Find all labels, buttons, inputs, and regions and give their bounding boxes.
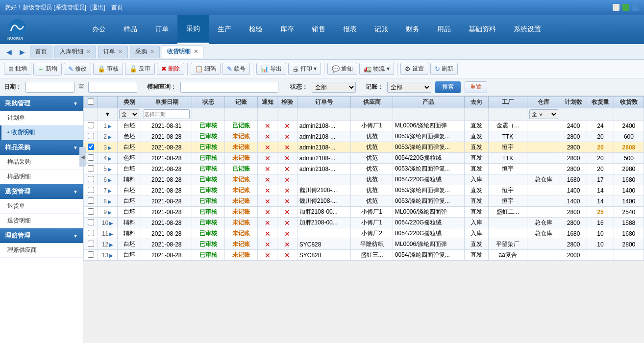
table-row[interactable]: 4▶ 色坯 2021-08-28 已审核 未记账 ✕ ✕ admin2108-.… bbox=[84, 153, 644, 164]
nav-finance[interactable]: 财务 bbox=[397, 15, 428, 44]
row-checkbox-cell[interactable] bbox=[84, 185, 98, 196]
home-link[interactable]: 首页 bbox=[111, 3, 123, 12]
logistics-button[interactable]: 🚛物流 ▾ bbox=[359, 63, 394, 75]
sidebar-item-return-order[interactable]: 退货单 bbox=[0, 199, 83, 214]
expand-btn[interactable]: ▶ bbox=[108, 177, 112, 183]
tab-purchase[interactable]: 采购✕ bbox=[130, 46, 160, 58]
order-num-button[interactable]: ✎款号 bbox=[223, 63, 250, 75]
expand-btn[interactable]: ▶ bbox=[108, 156, 112, 161]
row-checkbox-cell[interactable] bbox=[84, 174, 98, 185]
row-checkbox[interactable] bbox=[88, 241, 94, 247]
window-icon-3[interactable] bbox=[632, 4, 639, 11]
select-all-checkbox[interactable] bbox=[88, 98, 94, 105]
batch-add-button[interactable]: ⊞批增 bbox=[4, 63, 31, 75]
sidebar-item-receive[interactable]: 收货明细 bbox=[0, 125, 83, 140]
sidebar-section-return[interactable]: 退货管理▼ bbox=[0, 184, 83, 199]
date-filter-input[interactable] bbox=[144, 109, 190, 119]
ledger-select[interactable]: 全部 已记账 未记账 bbox=[387, 82, 431, 93]
export-button[interactable]: 📊导出 bbox=[256, 63, 286, 75]
nav-production[interactable]: 生产 bbox=[209, 15, 240, 44]
row-checkbox-cell[interactable] bbox=[84, 239, 98, 250]
nav-system[interactable]: 系统设置 bbox=[505, 15, 550, 44]
close-inbound[interactable]: ✕ bbox=[86, 49, 91, 55]
row-checkbox[interactable] bbox=[88, 133, 94, 139]
fuzzy-input[interactable] bbox=[180, 82, 278, 93]
window-icon-1[interactable] bbox=[613, 4, 619, 11]
row-checkbox[interactable] bbox=[88, 219, 94, 225]
nav-sample[interactable]: 样品 bbox=[115, 15, 146, 44]
edit-button[interactable]: ✎修改 bbox=[64, 63, 91, 75]
nav-base-data[interactable]: 基础资料 bbox=[460, 15, 505, 44]
new-add-button[interactable]: ＋新增 bbox=[33, 63, 62, 75]
row-checkbox[interactable] bbox=[88, 154, 94, 161]
expand-btn[interactable]: ▶ bbox=[109, 253, 113, 258]
close-order[interactable]: ✕ bbox=[118, 49, 123, 55]
sidebar-item-claim-supplier[interactable]: 理赔供应商 bbox=[0, 243, 83, 258]
sidebar-section-sample[interactable]: 样品采购▼ bbox=[0, 140, 83, 155]
warehouse-filter-select[interactable]: 全 ∨ bbox=[529, 109, 558, 119]
refresh-button[interactable]: ↻刷新 bbox=[430, 63, 458, 75]
nav-sales[interactable]: 销售 bbox=[303, 15, 334, 44]
nav-order[interactable]: 订单 bbox=[146, 15, 177, 44]
sidebar-collapse-handle[interactable]: ◀ bbox=[79, 147, 83, 167]
date-from-input[interactable] bbox=[25, 82, 74, 93]
sidebar-item-return-detail[interactable]: 退货明细 bbox=[0, 214, 83, 228]
sidebar-item-sample-detail[interactable]: 样品明细 bbox=[0, 170, 83, 184]
expand-btn[interactable]: ▶ bbox=[108, 123, 112, 129]
nav-supplies[interactable]: 用品 bbox=[428, 15, 460, 44]
row-checkbox-cell[interactable] bbox=[84, 207, 98, 218]
notify-button[interactable]: 💬通知 bbox=[327, 63, 357, 75]
logout-link[interactable]: [退出] bbox=[90, 3, 105, 12]
table-row[interactable]: 5▶ 白坯 2021-08-28 已审核 已记账 ✕ ✕ admin2108-.… bbox=[84, 164, 644, 174]
table-row[interactable]: 1▶ 白坯 2021-08-31 已审核 已记账 ✕ ✕ admin2108-.… bbox=[84, 121, 644, 131]
tab-forward-btn[interactable]: ▶ bbox=[16, 48, 29, 56]
detail-button[interactable]: 📋细码 bbox=[191, 63, 221, 75]
expand-btn[interactable]: ▶ bbox=[108, 145, 112, 150]
nav-report[interactable]: 报表 bbox=[334, 15, 366, 44]
expand-btn[interactable]: ▶ bbox=[108, 134, 112, 140]
un-audit-button[interactable]: 🔓反审 bbox=[125, 63, 155, 75]
row-checkbox[interactable] bbox=[88, 165, 94, 172]
close-receive[interactable]: ✕ bbox=[194, 49, 198, 55]
row-checkbox[interactable] bbox=[88, 251, 94, 258]
row-checkbox-cell[interactable] bbox=[84, 250, 98, 261]
table-row[interactable]: 10▶ 辅料 2021-08-28 已审核 未记账 ✕ ✕ 加胖2108-00.… bbox=[84, 218, 644, 228]
table-row[interactable]: 11▶ 辅料 2021-08-28 已审核 未记账 ✕ ✕ 小傅厂2 0054/… bbox=[84, 228, 644, 239]
nav-purchase[interactable]: 采购 bbox=[177, 15, 209, 44]
row-checkbox[interactable] bbox=[88, 230, 94, 236]
row-checkbox-cell[interactable] bbox=[84, 218, 98, 228]
expand-btn[interactable]: ▶ bbox=[109, 231, 113, 237]
table-row[interactable]: 13▶ 白坯 2021-08-28 已审核 未记账 ✕ ✕ SYC828 盛虹三… bbox=[84, 250, 644, 261]
row-checkbox-cell[interactable] bbox=[84, 121, 98, 131]
table-row[interactable]: 3▶ 白坯 2021-08-28 已审核 未记账 ✕ ✕ admin2108-.… bbox=[84, 142, 644, 153]
sidebar-item-plan[interactable]: 计划单 bbox=[0, 111, 83, 125]
sidebar-section-purchase[interactable]: 采购管理▼ bbox=[0, 96, 83, 111]
expand-btn[interactable]: ▶ bbox=[108, 188, 112, 194]
table-row[interactable]: 12▶ 白坯 2021-08-28 已审核 未记账 ✕ ✕ SYC828 平隆纺… bbox=[84, 239, 644, 250]
search-button[interactable]: 搜索 bbox=[435, 81, 461, 93]
row-checkbox[interactable] bbox=[88, 122, 94, 128]
sidebar-section-claim[interactable]: 理赔管理▼ bbox=[0, 228, 83, 243]
tab-back-btn[interactable]: ◀ bbox=[2, 48, 16, 56]
table-row[interactable]: 6▶ 辅料 2021-08-28 已审核 未记账 ✕ ✕ 优范 0054/220… bbox=[84, 174, 644, 185]
expand-btn[interactable]: ▶ bbox=[109, 220, 113, 226]
nav-inspection[interactable]: 检验 bbox=[240, 15, 272, 44]
status-select[interactable]: 全部 已审核 未审核 bbox=[312, 82, 356, 93]
audit-button[interactable]: 🔒审核 bbox=[93, 63, 123, 75]
expand-btn[interactable]: ▶ bbox=[109, 242, 113, 247]
delete-button[interactable]: ✖删除 bbox=[157, 63, 184, 75]
table-row[interactable]: 2▶ 色坯 2021-08-28 已审核 未记账 ✕ ✕ admin2108-.… bbox=[84, 131, 644, 142]
row-checkbox-cell[interactable] bbox=[84, 131, 98, 142]
row-checkbox[interactable] bbox=[88, 197, 94, 204]
window-icon-2[interactable] bbox=[622, 4, 629, 11]
expand-btn[interactable]: ▶ bbox=[108, 167, 112, 172]
row-checkbox[interactable] bbox=[88, 176, 94, 182]
sidebar-item-sample-purchase[interactable]: 样品采购 bbox=[0, 155, 83, 170]
tab-order[interactable]: 订单✕ bbox=[98, 46, 128, 58]
nav-warehouse[interactable]: 库存 bbox=[272, 15, 303, 44]
print-button[interactable]: 🖨打印 ▾ bbox=[288, 63, 321, 75]
table-row[interactable]: 9▶ 白坯 2021-08-28 已审核 未记账 ✕ ✕ 加胖2108-00..… bbox=[84, 207, 644, 218]
tab-home[interactable]: 首页 bbox=[30, 46, 52, 58]
nav-office[interactable]: 办公 bbox=[83, 15, 115, 44]
row-checkbox[interactable] bbox=[88, 208, 94, 215]
